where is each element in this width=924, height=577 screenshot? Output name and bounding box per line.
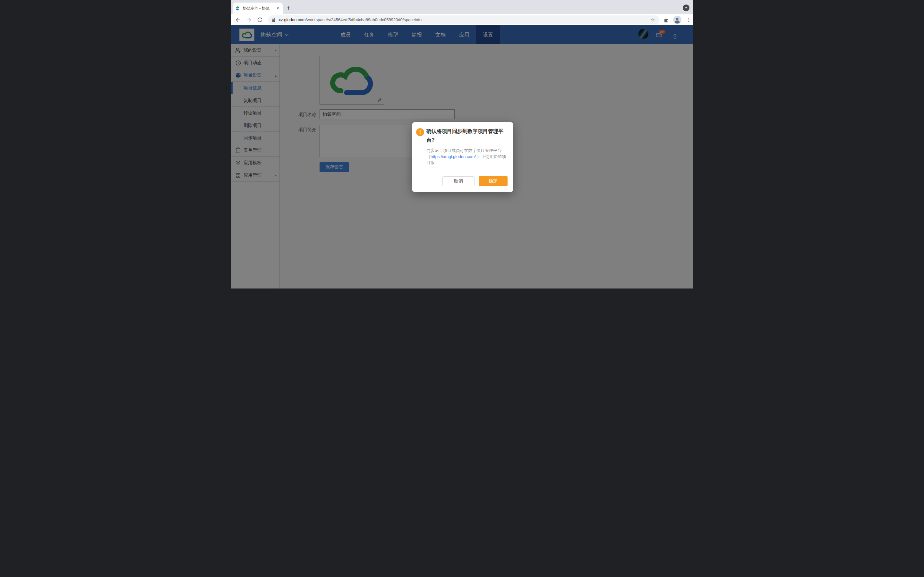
- browser-toolbar: xz.glodon.com/workspace/s/24564edf5dfb4c…: [231, 14, 693, 25]
- url-bar[interactable]: xz.glodon.com/workspace/s/24564edf5dfb4c…: [268, 15, 659, 24]
- lock-icon: [272, 17, 276, 22]
- close-tab-icon[interactable]: ✕: [276, 6, 280, 11]
- dialog-footer: 取消 确定: [412, 171, 513, 192]
- screen: 协筑空间 - 协筑 ✕ + ▼: [231, 0, 693, 288]
- url-text: xz.glodon.com/workspace/s/24564edf5dfb4c…: [279, 17, 650, 22]
- browser-menu-icon[interactable]: ⋮: [684, 15, 693, 24]
- web-page: 协筑空间 成员 任务 模型 简报 文档 应用 设置 99+: [231, 25, 693, 288]
- dialog-body: 同步后，项目成员可在数字项目管理平台（https://xmgl.glodon.c…: [426, 147, 509, 166]
- url-path: /workspace/s/24564edf5dfb4cba89ab0edc059…: [306, 17, 422, 22]
- dialog-title: 确认将项目同步到数字项目管理平台?: [426, 127, 507, 144]
- extensions-puzzle-icon[interactable]: [662, 15, 670, 24]
- browser-update-icon[interactable]: ▼: [683, 5, 690, 11]
- bookmark-star-icon[interactable]: ☆: [650, 17, 656, 23]
- confirm-button[interactable]: 确定: [479, 176, 507, 186]
- back-button[interactable]: [234, 16, 242, 24]
- reload-button[interactable]: [256, 16, 264, 24]
- forward-button[interactable]: [245, 16, 253, 24]
- url-host: xz.glodon.com: [279, 17, 306, 22]
- tab-strip: 协筑空间 - 协筑 ✕ + ▼: [231, 0, 693, 14]
- new-tab-button[interactable]: +: [284, 4, 293, 13]
- cancel-button[interactable]: 取消: [443, 176, 475, 186]
- favicon-icon: [235, 6, 240, 11]
- xmgl-link[interactable]: https://xmgl.glodon.com/: [431, 154, 476, 159]
- sync-confirm-dialog: ! 确认将项目同步到数字项目管理平台? 同步后，项目成员可在数字项目管理平台（h…: [412, 122, 513, 192]
- alert-icon: !: [416, 128, 424, 136]
- browser-tab[interactable]: 协筑空间 - 协筑 ✕: [233, 3, 283, 14]
- tab-title: 协筑空间 - 协筑: [243, 6, 276, 11]
- browser-profile-avatar[interactable]: [673, 15, 682, 24]
